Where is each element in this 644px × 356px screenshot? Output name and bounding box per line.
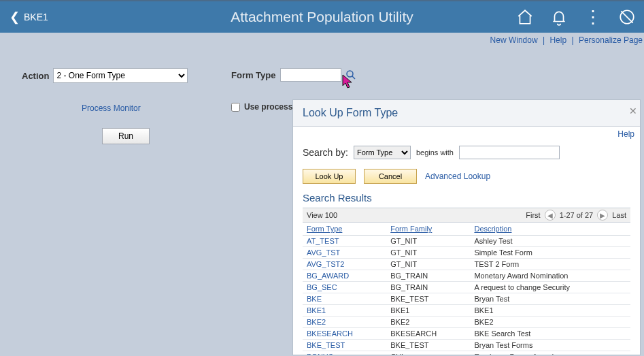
- cell-form-type[interactable]: BKE2: [303, 317, 386, 328]
- grid-toolbar: View 100 First ◀ 1-27 of 27 ▶ Last: [303, 208, 630, 223]
- table-row: BKEBKE_TESTBryan Test: [303, 293, 630, 305]
- cell-form-family: GT_NIT: [386, 236, 470, 247]
- cell-form-type[interactable]: BG_SEC: [303, 282, 386, 293]
- top-bar: ❮ BKE1 Attachment Population Utility ⋮: [0, 0, 644, 33]
- action-label: Action: [22, 71, 49, 81]
- cell-form-family: GT_NIT: [386, 247, 470, 259]
- cell-form-type[interactable]: BONUS: [303, 351, 386, 356]
- links-bar: New Window | Help | Personalize Page: [0, 33, 644, 49]
- cell-form-family: OVI: [386, 351, 470, 356]
- back-button[interactable]: ❮ BKE1: [0, 1, 58, 33]
- cell-form-family: BKE1: [386, 305, 470, 317]
- nav-button[interactable]: [610, 1, 644, 33]
- cell-description: Ashley Test: [470, 236, 630, 247]
- cell-description: Employee Bonus Award: [470, 351, 630, 356]
- process-monitor-link[interactable]: Process Monitor: [82, 103, 141, 113]
- pager-last[interactable]: Last: [612, 211, 626, 219]
- notifications-button[interactable]: [542, 1, 576, 33]
- cell-form-type[interactable]: BKESEARCH: [303, 328, 386, 340]
- bell-icon: [550, 8, 568, 26]
- cell-form-type[interactable]: BKE_TEST: [303, 340, 386, 351]
- pager-next-button[interactable]: ▶: [597, 210, 608, 221]
- cell-description: Bryan Test Forms: [470, 340, 630, 351]
- cell-description: BKE Search Test: [470, 328, 630, 340]
- cell-description: A request to change Security: [470, 282, 630, 293]
- cell-form-family: BG_TRAIN: [386, 270, 470, 282]
- top-icons: ⋮: [508, 1, 644, 33]
- cell-form-type[interactable]: BKE1: [303, 305, 386, 317]
- form-type-input[interactable]: [280, 68, 341, 82]
- table-row: BONUSOVIEmployee Bonus Award: [303, 351, 630, 356]
- search-operator: begins with: [416, 148, 454, 157]
- compass-icon: [618, 8, 636, 26]
- cell-form-family: BKE_TEST: [386, 340, 470, 351]
- svg-line-2: [352, 76, 355, 79]
- col-form-family[interactable]: Form Family: [386, 223, 470, 236]
- more-actions-button[interactable]: ⋮: [576, 1, 610, 33]
- cell-description: BKE2: [470, 317, 630, 328]
- modal-title: Look Up Form Type: [303, 107, 398, 118]
- table-row: BG_SECBG_TRAINA request to change Securi…: [303, 282, 630, 293]
- lookup-button[interactable]: Look Up: [303, 169, 356, 184]
- form-type-label: Form Type: [231, 70, 276, 80]
- cancel-button[interactable]: Cancel: [364, 169, 417, 184]
- view-all-link[interactable]: View 100: [307, 211, 337, 219]
- results-table: Form Type Form Family Description AT_TES…: [303, 223, 630, 355]
- cell-form-type[interactable]: AVG_TST: [303, 247, 386, 259]
- home-icon: [516, 8, 534, 26]
- cell-description: Monetary Award Nomination: [470, 270, 630, 282]
- cell-description: Bryan Test: [470, 293, 630, 305]
- table-row: AVG_TST2GT_NITTEST 2 Form: [303, 259, 630, 270]
- col-form-type[interactable]: Form Type: [303, 223, 386, 236]
- modal-body: Search by: Form Type begins with Look Up…: [293, 139, 640, 355]
- table-row: BKE_TESTBKE_TESTBryan Test Forms: [303, 340, 630, 351]
- cell-description: Simple Test Form: [470, 247, 630, 259]
- cell-description: TEST 2 Form: [470, 259, 630, 270]
- cell-form-family: BKE_TEST: [386, 293, 470, 305]
- cell-form-type[interactable]: AT_TEST: [303, 236, 386, 247]
- use-process-scheduler-checkbox[interactable]: [231, 103, 240, 112]
- search-field-select[interactable]: Form Type: [354, 146, 411, 159]
- lookup-icon[interactable]: [345, 69, 356, 80]
- search-value-input[interactable]: [459, 146, 560, 159]
- table-row: BKE1BKE1BKE1: [303, 305, 630, 317]
- cell-form-family: BKESEARCH: [386, 328, 470, 340]
- main-pane: Action 2 - One Form Type Form Type Proce…: [0, 49, 644, 79]
- lookup-modal: Look Up Form Type ✕ Help Search by: Form…: [292, 99, 641, 355]
- pager-first[interactable]: First: [526, 211, 540, 219]
- table-row: BG_AWARDBG_TRAINMonetary Award Nominatio…: [303, 270, 630, 282]
- chevron-left-icon: ❮: [10, 10, 20, 25]
- personalize-link[interactable]: Personalize Page: [579, 35, 643, 45]
- modal-help-link[interactable]: Help: [293, 127, 640, 139]
- pager: First ◀ 1-27 of 27 ▶ Last: [526, 210, 626, 221]
- cell-form-type[interactable]: AVG_TST2: [303, 259, 386, 270]
- home-button[interactable]: [508, 1, 542, 33]
- cell-form-type[interactable]: BG_AWARD: [303, 270, 386, 282]
- run-button[interactable]: Run: [102, 128, 150, 144]
- svg-point-1: [347, 71, 353, 77]
- table-row: AVG_TSTGT_NITSimple Test Form: [303, 247, 630, 259]
- search-results-title: Search Results: [303, 192, 630, 204]
- modal-close-button[interactable]: ✕: [629, 106, 637, 116]
- search-by-label: Search by:: [303, 147, 348, 158]
- cell-form-type[interactable]: BKE: [303, 293, 386, 305]
- cell-form-family: BKE2: [386, 317, 470, 328]
- new-window-link[interactable]: New Window: [490, 35, 538, 45]
- pager-prev-button[interactable]: ◀: [545, 210, 556, 221]
- table-row: AT_TESTGT_NITAshley Test: [303, 236, 630, 247]
- table-row: BKE2BKE2BKE2: [303, 317, 630, 328]
- back-label: BKE1: [24, 12, 48, 22]
- pager-range: 1-27 of 27: [560, 211, 594, 219]
- cell-form-family: BG_TRAIN: [386, 282, 470, 293]
- cell-description: BKE1: [470, 305, 630, 317]
- action-select[interactable]: 2 - One Form Type: [53, 68, 188, 83]
- modal-header: Look Up Form Type ✕: [293, 100, 640, 127]
- cell-form-family: GT_NIT: [386, 259, 470, 270]
- help-link[interactable]: Help: [549, 35, 566, 45]
- advanced-lookup-link[interactable]: Advanced Lookup: [425, 172, 490, 181]
- col-description[interactable]: Description: [470, 223, 630, 236]
- table-row: BKESEARCHBKESEARCHBKE Search Test: [303, 328, 630, 340]
